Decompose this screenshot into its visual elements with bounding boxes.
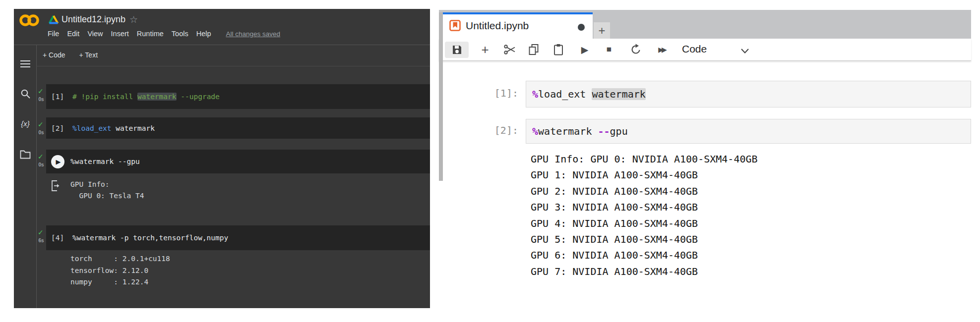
colab-logo-icon (18, 13, 41, 28)
run-button[interactable]: ▶ (577, 42, 593, 57)
output-line: numpy : 1.22.4 (70, 276, 170, 288)
cell1-code: # !pip install watermark --upgrade (72, 93, 220, 101)
restart-kernel-button[interactable] (628, 42, 644, 57)
code-cell-2[interactable]: [2] %load_ext watermark (46, 117, 430, 139)
output-line: GPU 3: NVIDIA A100-SXM4-40GB (531, 199, 758, 215)
cell2-exec-count: [2] (51, 124, 66, 132)
cell4-code: %watermark -p torch,tensorflow,numpy (72, 234, 228, 242)
output-line: GPU 7: NVIDIA A100-SXM4-40GB (531, 264, 758, 279)
stop-button[interactable]: ■ (601, 42, 617, 57)
notebook-title[interactable]: Untitled12.ipynb (61, 14, 125, 25)
cell3-output: GPU Info: GPU 0: Tesla T4 (70, 179, 144, 202)
jupyter-code-cell-2[interactable]: %watermark --gpu (526, 119, 971, 144)
code-cell-1[interactable]: [1] # !pip install watermark --upgrade (46, 84, 430, 109)
browser-tab-title: Untitled.ipynb (466, 20, 529, 32)
save-button[interactable] (445, 42, 469, 58)
paste-cells-button[interactable] (551, 42, 566, 57)
autosave-status[interactable]: All changes saved (226, 30, 281, 38)
highlighted-word: watermark (137, 93, 177, 101)
cell2-success-check-icon: ✓ (38, 121, 44, 128)
add-code-button[interactable]: + Code (43, 51, 65, 59)
jupyter-code-cell-1[interactable]: %load_ext watermark (526, 81, 971, 107)
cell2-code: %load_ext watermark (72, 124, 155, 132)
unsaved-changes-dot (578, 24, 585, 31)
cell-output-icon (51, 180, 60, 192)
variables-icon[interactable]: {x} (19, 117, 32, 130)
sidebar-divider (36, 45, 37, 308)
highlighted-word: watermark (592, 88, 645, 100)
output-line: GPU 1: NVIDIA A100-SXM4-40GB (531, 167, 758, 183)
header-divider (14, 45, 430, 45)
table-of-contents-icon[interactable] (19, 57, 32, 70)
menu-file[interactable]: File (48, 30, 59, 38)
browser-tab[interactable]: Untitled.ipynb (442, 12, 593, 39)
dropdown-chevron-icon[interactable] (740, 47, 749, 56)
jupyter-cell1-code: %load_ext watermark (532, 88, 646, 100)
output-line: GPU 2: NVIDIA A100-SXM4-40GB (531, 183, 758, 199)
toolbar-divider (36, 66, 430, 66)
cell3-code: %watermark --gpu (70, 158, 140, 165)
star-icon[interactable]: ☆ (129, 15, 138, 24)
add-text-button[interactable]: + Text (79, 51, 98, 59)
save-floppy-icon (452, 45, 462, 55)
files-folder-icon[interactable] (19, 148, 32, 161)
colab-cell-toolbar: + Code + Text (43, 51, 98, 59)
scissors-icon (504, 44, 516, 55)
cell3-exec-time: 0s (36, 162, 47, 167)
menu-runtime[interactable]: Runtime (137, 30, 164, 38)
menu-tools[interactable]: Tools (172, 30, 188, 38)
cell1-prompt: [1]: (486, 87, 518, 99)
cell-type-dropdown[interactable]: Code (682, 43, 707, 55)
run-cell-button[interactable]: ▶ (51, 155, 64, 168)
output-line: GPU 4: NVIDIA A100-SXM4-40GB (531, 215, 758, 231)
cell1-exec-time: 0s (36, 97, 47, 102)
output-line: tensorflow: 2.12.0 (70, 265, 170, 277)
copy-cells-button[interactable] (526, 42, 542, 57)
cell4-success-check-icon: ✓ (38, 229, 44, 236)
restart-run-all-button[interactable]: ▶▶ (654, 42, 672, 57)
active-tab-indicator (442, 12, 593, 14)
output-line: GPU Info: GPU 0: NVIDIA A100-SXM4-40GB (531, 151, 758, 167)
menu-view[interactable]: View (87, 30, 103, 38)
cell4-output: torch : 2.0.1+cu118 tensorflow: 2.12.0 n… (70, 253, 170, 288)
window-left-edge (439, 12, 443, 181)
new-tab-button[interactable]: + (594, 22, 610, 39)
menu-help[interactable]: Help (196, 30, 211, 38)
output-line: torch : 2.0.1+cu118 (70, 253, 170, 265)
gpu-info-output: GPU Info: GPU 0: NVIDIA A100-SXM4-40GB G… (531, 151, 758, 279)
menu-edit[interactable]: Edit (67, 30, 79, 38)
cell1-exec-count: [1] (51, 93, 66, 101)
clipboard-paste-icon (553, 44, 564, 55)
cell4-exec-count: [4] (51, 234, 66, 242)
output-line: GPU Info: (70, 179, 144, 190)
cell4-exec-time: 6s (36, 238, 47, 243)
cell2-exec-time: 0s (36, 130, 47, 135)
output-line: GPU 0: Tesla T4 (70, 190, 144, 202)
screenshot-root: Untitled12.ipynb ☆ File Edit View Insert… (0, 0, 980, 322)
code-cell-4[interactable]: [4] %watermark -p torch,tensorflow,numpy (46, 225, 430, 250)
output-line: GPU 6: NVIDIA A100-SXM4-40GB (531, 247, 758, 263)
drive-icon (48, 15, 59, 25)
play-icon: ▶ (56, 159, 61, 165)
colab-menubar: File Edit View Insert Runtime Tools Help… (48, 30, 280, 38)
copy-icon (528, 44, 539, 55)
cell2-prompt: [2]: (486, 124, 518, 136)
cut-cells-button[interactable] (502, 42, 518, 57)
add-cell-button[interactable]: + (477, 42, 493, 57)
cell1-success-check-icon: ✓ (38, 88, 44, 95)
code-cell-3[interactable]: ▶ %watermark --gpu (46, 150, 430, 173)
jupyter-notebook-favicon (449, 20, 461, 31)
output-line: GPU 5: NVIDIA A100-SXM4-40GB (531, 231, 758, 247)
search-icon[interactable] (19, 87, 32, 100)
cell3-success-check-icon: ✓ (38, 153, 44, 160)
jupyter-cell2-code: %watermark --gpu (532, 125, 628, 137)
refresh-icon (630, 44, 642, 55)
menu-insert[interactable]: Insert (111, 30, 129, 38)
